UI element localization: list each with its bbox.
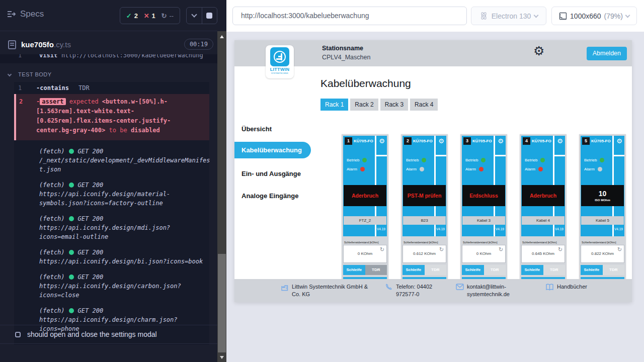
fetch-log-entry[interactable]: (fetch)GET 200 /_next/static/development… (39, 147, 210, 174)
chevron-down-icon (8, 72, 12, 76)
betrieb-led (422, 158, 426, 162)
sidebar-item-kabelueberwachung[interactable]: Kabelüberwachung (234, 142, 311, 158)
device-gear-icon[interactable]: ⚙ (557, 137, 563, 145)
fetch-url: /_next/static/development/_devMiddleware… (39, 156, 210, 174)
resistance-meter: Schleifenwiderstand [kOhm] ↻0.645 KOhm (521, 240, 565, 263)
resistance-meter: Schleifenwiderstand [kOhm] ↻0.822 KOhm (581, 240, 624, 263)
refresh-icon[interactable]: ↻ (498, 246, 504, 253)
assert-badge: assert (40, 98, 65, 105)
schleife-button[interactable]: Schleife (581, 265, 603, 275)
refresh-icon[interactable]: ↻ (438, 246, 445, 253)
sidebar-item-uebersicht[interactable]: Übersicht (242, 125, 272, 133)
alarm-led (420, 167, 424, 171)
device-card-4: 4 KÜ705-FO ⚙ Betrieb Alarm Aderbruch Kab… (520, 134, 567, 290)
test-body-header[interactable]: TEST BODY (0, 71, 217, 80)
footer-phone: Telefon: 04402 972577-0 (385, 283, 437, 298)
fetch-status: GET 200 (78, 273, 104, 282)
stop-button[interactable] (202, 8, 217, 24)
command-visit-row[interactable]: 1 visit http://localhost:3000/kabelueber… (0, 54, 217, 63)
alarm-label: Alarm (347, 167, 357, 171)
device-gear-icon[interactable]: ⚙ (379, 137, 385, 145)
littwin-logo: LITTWIN SYSTEMTECHNIK (266, 45, 294, 78)
runner-controls (186, 7, 217, 24)
test-square-icon (15, 332, 21, 337)
footer-manuals[interactable]: Handbücher (545, 283, 587, 291)
spec-file-name: kue705fo.cy.ts (21, 40, 71, 49)
resistance-label: Schleifenwiderstand [kOhm] (521, 240, 565, 245)
device-gear-icon[interactable]: ⚙ (438, 137, 444, 145)
fetch-log-entry[interactable]: (fetch)GET 200 https://api.iconify.desig… (39, 180, 210, 208)
collapse-button[interactable] (187, 8, 202, 24)
resistance-meter: Schleifenwiderstand [kOhm] ↻0 KOhm (343, 240, 387, 263)
tdr-button[interactable]: TDR (425, 265, 447, 275)
sidebar-item-analoge-eingaenge[interactable]: Analoge Eingänge (242, 192, 298, 200)
fetch-label: (fetch) (39, 147, 65, 156)
fetch-status: GET 200 (78, 147, 104, 156)
refresh-icon[interactable]: ↻ (557, 246, 564, 253)
schleife-button[interactable]: Schleife (521, 265, 543, 275)
betrieb-label: Betrieb (406, 158, 419, 162)
sidebar-item-ein-und-ausgaenge[interactable]: Ein- und Ausgänge (242, 170, 301, 177)
fetch-log-entry[interactable]: (fetch)GET 200 https://api.iconify.desig… (39, 273, 210, 300)
fetch-log-entry[interactable]: (fetch)GET 200 https://api.iconify.desig… (39, 214, 210, 241)
fetch-log-entry[interactable]: (fetch)GET 200 https://api.iconify.desig… (39, 248, 210, 266)
device-front: 5 KÜ705-FO ⚙ Betrieb Alarm 10 ISO MOhm K… (581, 136, 624, 236)
tab-rack-3[interactable]: Rack 3 (380, 99, 408, 111)
device-number: 1 (345, 137, 352, 145)
x-icon: ✕ (144, 12, 149, 20)
url-input[interactable]: http://localhost:3000/kabelueberwachung (232, 7, 467, 25)
command-arg: http://localhost:3000/kabelueberwachung (61, 54, 203, 60)
betrieb-label: Betrieb (465, 158, 478, 162)
spec-file-row[interactable]: kue705fo.cy.ts 00:19 (0, 37, 217, 53)
tdr-button[interactable]: TDR (543, 265, 566, 275)
status-ok-dot (69, 308, 74, 313)
aut-panel: http://localhost:3000/kabelueberwachung … (226, 0, 644, 362)
tab-rack-1[interactable]: Rack 1 (320, 99, 348, 111)
scrollbar-track[interactable] (217, 31, 226, 362)
schleife-button[interactable]: Schleife (462, 265, 484, 275)
tab-rack-4[interactable]: Rack 4 (410, 99, 438, 111)
betrieb-label: Betrieb (347, 158, 359, 162)
betrieb-led (362, 158, 367, 162)
device-gear-icon[interactable]: ⚙ (616, 137, 622, 145)
book-icon (545, 284, 554, 291)
refresh-icon[interactable]: ↻ (616, 246, 623, 253)
settings-gear-icon[interactable]: ⚙ (533, 45, 544, 57)
refresh-icon[interactable]: ↻ (379, 246, 385, 253)
device-title: KÜ705-FO (472, 139, 492, 143)
firmware-version: V4.19 (496, 227, 504, 231)
cable-name: Kabel 4 (522, 216, 565, 225)
device-title: KÜ705-FO (532, 139, 551, 143)
betrieb-label: Betrieb (525, 158, 537, 162)
status-ok-dot (69, 216, 74, 221)
betrieb-led (481, 158, 486, 162)
scroll-down-arrow-icon[interactable] (220, 356, 224, 359)
scroll-up-arrow-icon[interactable] (220, 35, 224, 38)
scrollbar-thumb[interactable] (218, 254, 226, 352)
tab-rack-2[interactable]: Rack 2 (350, 99, 378, 111)
command-contains-row[interactable]: 1 -contains TDR (14, 82, 209, 94)
footer-email[interactable]: kontakt@littwin-systemtechnik.de (456, 283, 520, 298)
device-front: 2 KÜ705-FO ⚙ Betrieb Alarm PST-M prüfen … (403, 136, 446, 236)
viewport-selector[interactable]: 1000x660 (79%) (551, 7, 637, 25)
ruler-icon (559, 12, 567, 20)
tdr-button[interactable]: TDR (484, 265, 506, 275)
logout-button[interactable]: Abmelden (587, 47, 627, 60)
device-front: 4 KÜ705-FO ⚙ Betrieb Alarm Aderbruch Kab… (521, 136, 565, 236)
browser-selector[interactable]: Electron 130 (471, 7, 546, 25)
alarm-label: Alarm (406, 167, 417, 171)
chevron-down-icon (191, 12, 197, 17)
failed-assert-row[interactable]: 2 -assert expected <button.w-[50%].h-[1.… (14, 94, 209, 140)
schleife-button[interactable]: Schleife (403, 265, 425, 275)
status-display: PST-M prüfen (403, 185, 446, 206)
schleife-button[interactable]: Schleife (343, 265, 365, 275)
status-ok-dot (69, 275, 74, 280)
device-gear-icon[interactable]: ⚙ (498, 137, 504, 145)
tdr-button[interactable]: TDR (603, 265, 625, 275)
app-viewport: Stationsname CPLV4_Maschen ⚙ Abmelden LI… (234, 40, 632, 302)
tdr-button[interactable]: TDR (365, 265, 387, 275)
specs-button[interactable]: Specs (7, 9, 44, 19)
device-title: KÜ705-FO (591, 139, 611, 143)
next-test-row[interactable]: should open and close the settings modal (0, 325, 217, 344)
alarm-led (479, 167, 484, 171)
